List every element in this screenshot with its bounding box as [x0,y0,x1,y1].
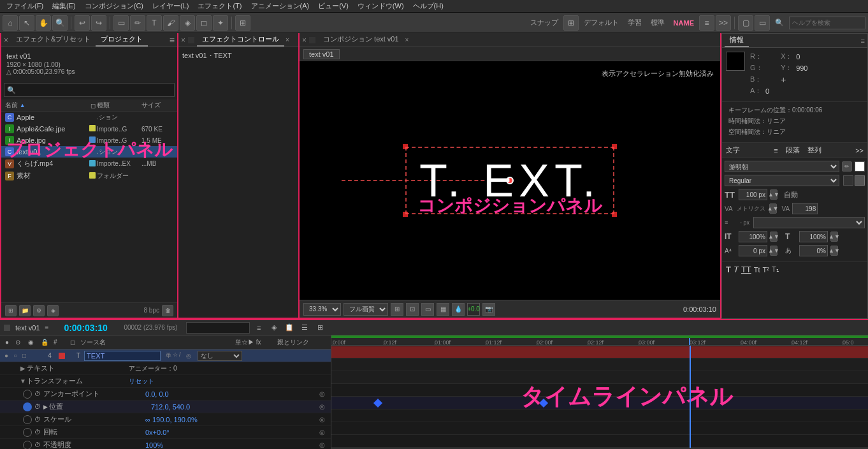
tab-effect-preset[interactable]: エフェクト&プリセット [11,33,96,47]
new-folder-btn[interactable]: 📁 [19,305,31,316]
sw2[interactable]: ☆ [173,351,178,360]
tool-undo[interactable]: ↩ [75,15,90,31]
layer-row-text[interactable]: ● ○ □ 4 T 単 ☆ / ◎ なし [0,350,331,362]
menu-help[interactable]: ヘルプ(H) [409,0,447,12]
text-menu[interactable]: ≡ [774,147,778,154]
layer-name-input[interactable] [84,351,161,361]
anchor-key-btn[interactable] [23,390,32,399]
maximize-panel[interactable]: ▢ [738,15,753,31]
style-select[interactable]: Regular [725,175,839,186]
plus-btn[interactable]: + [781,75,807,85]
tool-puppet[interactable]: ✦ [213,15,228,31]
zoom-select[interactable]: 33.3% [303,303,341,316]
stroke-box2[interactable] [855,175,865,186]
interpret-footage-btn[interactable]: ◈ [47,305,59,316]
rot-key-btn[interactable] [23,428,32,437]
tool-hand[interactable]: ✋ [36,15,51,31]
info-menu-icon[interactable]: ≡ [861,37,865,45]
project-settings-btn[interactable]: ⚙ [33,305,45,316]
tool-zoom[interactable]: 🔍 [52,15,68,31]
pos-right-btn[interactable]: ◎ [319,403,328,410]
bold-btn[interactable]: T [726,265,731,274]
panel-close-btn[interactable]: × [4,36,8,45]
effect-tab-close[interactable]: × [286,36,289,43]
tool-home[interactable]: ⌂ [3,15,18,31]
scale-v-toggle[interactable]: ▲▼ [830,232,838,242]
track-position[interactable] [331,397,868,409]
quality-select[interactable]: フル画質 [344,303,388,316]
tool-select[interactable]: ↖ [19,15,34,31]
menu-composition[interactable]: コンポジション(C) [81,0,147,12]
font-size-input[interactable] [739,189,767,200]
menu-window[interactable]: ウィンドウ(W) [354,0,408,12]
anchor-right-btn[interactable]: ◎ [319,390,328,397]
px-select[interactable] [753,217,865,228]
keyframe-pos-2[interactable] [539,399,548,408]
scale-h-input[interactable] [739,231,767,242]
new-item-btn[interactable]: ⊞ [5,305,17,316]
solo-btn[interactable]: ○ [11,352,19,360]
opacity-value[interactable]: 100% [145,441,319,449]
opacity-right-btn[interactable]: ◎ [319,441,328,448]
expand-text[interactable]: ▶ [19,365,27,372]
superscript-btn[interactable]: T² [763,266,769,274]
font-color-box[interactable] [855,161,865,172]
safe-zones-btn[interactable]: ▦ [437,303,449,316]
scale-h-toggle[interactable]: ▲▼ [770,232,778,242]
stroke-box1[interactable] [843,175,853,186]
parent-select[interactable]: なし [198,351,242,361]
keyframe-pos-1[interactable] [373,399,382,408]
menu-edit[interactable]: 編集(E) [48,0,80,12]
font-color-btn[interactable]: ✏ [842,161,852,172]
track-layer4[interactable] [331,346,868,358]
file-item-applecafe[interactable]: I Apple&Cafe.jpe Importe..G 670 KE [1,123,177,135]
project-menu-icon[interactable]: ≡ [170,35,175,45]
timeline-menu[interactable]: ≡ [45,324,49,331]
sw1[interactable]: 単 [166,351,171,360]
tsume-toggle[interactable]: ▲▼ [830,246,838,256]
font-select[interactable]: 游明朝 [725,161,839,172]
tl-btn2[interactable]: ◈ [268,321,280,334]
scale-right-btn[interactable]: ◎ [319,416,328,423]
tl-btn5[interactable]: ⊞ [314,321,326,334]
tool-pen[interactable]: ✏ [130,15,145,31]
delete-btn[interactable]: 🗑 [162,305,173,316]
color-display[interactable]: +0.0 [467,303,480,316]
small-caps-btn[interactable]: Tt [754,266,760,274]
file-item-sozai[interactable]: F 素材 フォルダー [1,170,177,182]
color-picker-btn[interactable]: 💧 [452,303,465,316]
comp-active-tab[interactable]: text v01 [303,49,340,59]
camera-btn[interactable]: 📷 [482,303,495,316]
tool-eraser[interactable]: ◻ [196,15,212,31]
reset-view-btn[interactable]: ⊞ [391,303,403,316]
help-search-input[interactable] [789,17,865,29]
expand-transform[interactable]: ▼ [19,378,27,385]
minimize-panel[interactable]: ▭ [755,15,770,31]
tool-brush[interactable]: 🖌 [163,15,178,31]
file-item-apple[interactable]: C Apple .ション [1,112,177,123]
size-toggle[interactable]: ▲▼ [770,189,778,200]
menu-effect[interactable]: エフェクト(T) [194,0,245,12]
baseline-toggle[interactable]: ▲▼ [770,246,778,256]
comp-viewport[interactable]: 表示アクセラレーション無効化済み T. EXT. コンポジションパネル [300,61,720,300]
tab-info[interactable]: 情報 [725,34,749,47]
baseline-input[interactable] [739,245,767,256]
snap-btn[interactable]: ⊡ [406,303,419,316]
file-item-textv01[interactable]: C text v01 .ション [1,146,177,158]
align-menu[interactable]: >> [855,147,864,154]
underline-btn[interactable]: TT [741,265,751,274]
opacity-key-btn[interactable] [23,441,32,450]
tl-btn3[interactable]: 📋 [283,321,296,334]
scale-value[interactable]: ∞ 190.0, 190.0% [145,416,319,423]
scale-key-btn[interactable] [23,415,32,424]
kerning-toggle[interactable]: ▲▼ [769,203,777,214]
tsume-input[interactable] [799,245,828,256]
effect-close-btn[interactable]: × [181,36,185,45]
project-search-box[interactable]: 🔍 [4,83,175,97]
file-item-applejpg[interactable]: I Apple.jpg Importe..G 1.5 ME [1,135,177,146]
tool-camera[interactable]: ⊞ [235,15,250,31]
tool-stamp[interactable]: ◈ [180,15,195,31]
workspace-menu[interactable]: ≡ [699,15,714,31]
reset-btn[interactable]: リセット [129,377,328,386]
pos-key-btn[interactable] [23,402,32,411]
